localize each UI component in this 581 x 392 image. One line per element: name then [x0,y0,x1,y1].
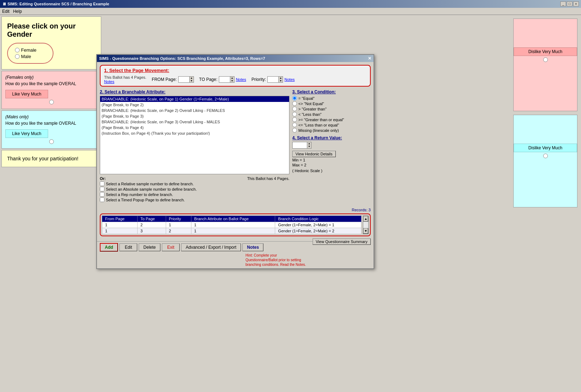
attr-item-6[interactable]: (Instruction Box, on Page 4) (Thank you … [100,130,289,136]
condition-radio-6[interactable] [292,128,297,133]
from-page-value[interactable]: 1 [179,77,189,82]
to-notes-link[interactable]: Notes [236,77,246,82]
cell-to-0: 2 [138,222,166,228]
left-col: 2. Select a Branchable Attribute: BRANCH… [100,89,289,205]
condition-label-0: = "Equal" [298,96,314,100]
return-value-spinner[interactable]: 2 ▲ ▼ [292,142,312,149]
from-page-spinner[interactable]: 1 ▲ ▼ [178,76,194,83]
section-1: 1. Select the Page Movement: This Ballot… [100,65,371,87]
return-value-up[interactable]: ▲ [307,142,311,145]
table-row-1[interactable]: 1 3 2 1 Gender (1=Female, 2=Male) = 2 [102,228,361,234]
from-page-up[interactable]: ▲ [190,77,194,79]
right-col: 3. Select a Condition: = "Equal" <> "Not… [292,89,371,205]
col-priority: Priority [166,216,191,222]
priority-group: Priority: 3 ▲ ▼ Notes [251,76,294,83]
to-page-value[interactable]: 3 [219,77,230,82]
delete-button[interactable]: Delete [139,243,160,251]
col-branch-logic: Branch Condition Logic [275,216,361,222]
from-notes-link[interactable]: Notes [104,79,146,84]
table-row-0[interactable]: 1 2 1 1 Gender (1=Female, 2=Male) = 1 [102,222,361,228]
or-row-2: Select a Rep number to define branch. [100,192,289,197]
menu-bar: Edit Help [0,8,581,15]
attr-item-1[interactable]: (Page Break, to Page 2) [100,102,289,108]
condition-radio-4[interactable] [292,117,297,122]
hedonic-details-button[interactable]: View Hedonic Details [292,151,336,157]
max-value: Max = 2 [292,163,371,167]
condition-1: <> "Not Equal" [292,101,371,106]
exit-button[interactable]: Exit [162,243,180,251]
or-checkbox-3[interactable] [100,197,104,202]
to-page-spinner[interactable]: 3 ▲ ▼ [219,76,235,83]
to-page-up[interactable]: ▲ [230,77,234,79]
notes-button[interactable]: Notes [242,243,263,251]
main-content: Please click on your Gender Female Male … [0,15,581,392]
col-to-page: To Page [138,216,166,222]
or-checkbox-0[interactable] [100,181,104,186]
condition-label-6: Missing (linescale only) [298,128,339,133]
condition-radio-0[interactable] [292,96,297,100]
section-4: 4. Select a Return Value: 2 ▲ ▼ [292,135,371,173]
scale-type: ( Hedonic Scale ) [292,169,371,173]
from-page-down[interactable]: ▼ [190,79,194,82]
min-value: Min = 1 [292,158,371,162]
table-section: From Page To Page Priority Branch Attrib… [100,213,371,236]
modal-overlay: SIMS - Questionnaire Branching Options: … [0,15,581,392]
return-value-down[interactable]: ▼ [307,145,311,148]
condition-radio-5[interactable] [292,123,297,127]
section-2-title: 2. Select a Branchable Attribute: [100,89,289,94]
modal-title: SIMS - Questionnaire Branching Options: … [99,56,265,61]
attr-item-5[interactable]: (Page Break, to Page 4) [100,125,289,130]
close-button[interactable]: × [573,1,579,6]
attr-item-2[interactable]: BRANCHABLE: (Hedonic Scale, on Page 2) O… [100,108,289,113]
or-row-0: Select a Relative sample number to defin… [100,181,289,186]
cell-logic-1: Gender (1=Female, 2=Male) = 2 [275,228,361,234]
col-from-page: From Page [102,216,138,222]
condition-4: >= "Greater than or equal" [292,117,371,122]
or-checkbox-1[interactable] [100,187,104,191]
priority-notes-link[interactable]: Notes [284,77,295,82]
scroll-down[interactable]: ▼ [363,228,368,234]
condition-label-4: >= "Greater than or equal" [298,118,344,122]
title-bar-controls[interactable]: _ □ × [560,1,579,6]
or-section: Or: This Ballot has 4 Pages. Select a Re… [100,176,289,202]
condition-radio-2[interactable] [292,107,297,111]
view-summary-button[interactable]: View Questionnaire Summary [313,238,371,245]
col-branch-attr: Branch Attribute on Ballot Page [191,216,275,222]
add-button[interactable]: Add [100,243,118,252]
condition-3: < "Less than" [292,112,371,117]
condition-label-2: > "Greater than" [298,107,327,111]
table-scrollbar[interactable]: ▲ ▼ [363,216,369,234]
cell-logic-0: Gender (1=Female, 2=Male) = 1 [275,222,361,228]
to-page-down[interactable]: ▼ [230,79,234,82]
priority-up[interactable]: ▲ [279,77,283,79]
cell-to-1: 3 [138,228,166,234]
priority-spinner[interactable]: 3 ▲ ▼ [267,76,283,83]
priority-down[interactable]: ▼ [279,79,283,82]
menu-help[interactable]: Help [13,9,22,14]
condition-radio-1[interactable] [292,101,297,106]
modal-footer: Add Edit Delete Exit Advanced / Export /… [97,241,313,268]
title-bar-left: 🖥 SIMS: Editing Questionnaire SCS / Bran… [2,2,109,6]
menu-edit[interactable]: Edit [2,9,10,14]
two-col-layout: 2. Select a Branchable Attribute: BRANCH… [100,89,371,205]
maximize-button[interactable]: □ [567,1,572,6]
edit-button[interactable]: Edit [119,243,137,251]
attr-item-0[interactable]: BRANCHABLE: (Hedonic Scale, on Page 1) G… [100,96,289,102]
return-value-input[interactable]: 2 [293,142,307,148]
scroll-up[interactable]: ▲ [363,216,368,222]
window-title: SIMS: Editing Questionnaire SCS / Branch… [7,2,109,6]
section-3-title: 3. Select a Condition: [292,89,371,94]
minimize-button[interactable]: _ [560,1,566,6]
modal-dialog: SIMS - Questionnaire Branching Options: … [96,54,374,269]
cell-attr-1: 1 [191,228,275,234]
attr-item-3[interactable]: (Page Break, to Page 3) [100,113,289,119]
advanced-button[interactable]: Advanced / Export / Import [181,243,241,251]
attr-item-4[interactable]: BRANCHABLE: (Hedonic Scale, on Page 3) O… [100,119,289,125]
or-checkbox-2[interactable] [100,192,104,197]
priority-value[interactable]: 3 [268,77,278,82]
condition-radio-3[interactable] [292,112,297,117]
cell-from-1: 1 [102,228,138,234]
modal-close-button[interactable]: ✕ [368,56,371,61]
attribute-list[interactable]: BRANCHABLE: (Hedonic Scale, on Page 1) G… [100,96,289,174]
records-info: Records: 3 [100,208,371,212]
